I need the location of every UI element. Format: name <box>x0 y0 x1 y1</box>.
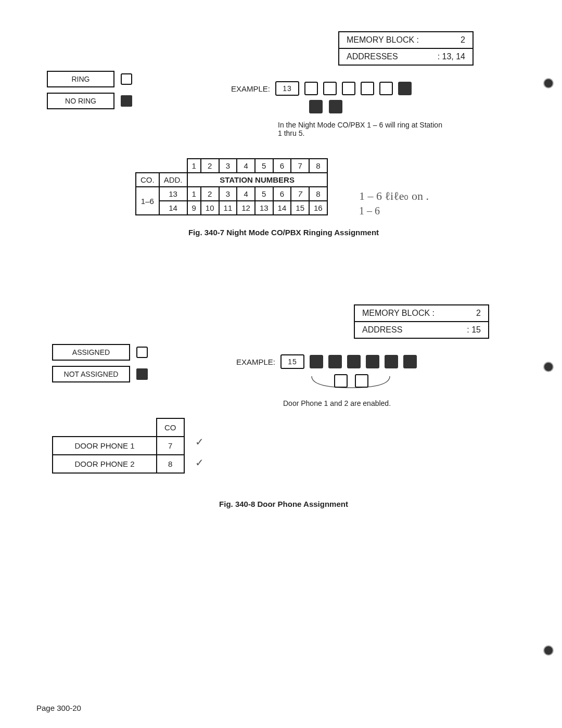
table-head-cell: 1 <box>187 159 201 173</box>
solid-square-icon <box>310 355 323 368</box>
table-cell: 8 <box>309 187 327 201</box>
table-head-cell: 3 <box>219 159 237 173</box>
door-phone-co: 7 <box>157 437 184 455</box>
solid-square-icon <box>329 100 342 113</box>
addresses-value: : 13, 14 <box>438 52 465 61</box>
solid-square-icon <box>328 355 342 368</box>
solid-square-icon <box>309 100 323 113</box>
table-head-cell: 5 <box>255 159 273 173</box>
solid-square-icon <box>398 82 412 95</box>
addresses-label: ADDRESSES <box>347 52 398 61</box>
solid-square-icon <box>366 355 379 368</box>
table-head-cell: 4 <box>237 159 255 173</box>
co-label: CO. <box>136 173 159 187</box>
table-head-cell: CO <box>157 418 184 437</box>
example-note: Door Phone 1 and 2 are enabled. <box>283 399 531 407</box>
table-cell: 14 <box>273 201 291 215</box>
table-cell: 4 <box>237 187 255 201</box>
add-value: 14 <box>159 201 187 215</box>
table-cell: 16 <box>309 201 327 215</box>
open-square-icon <box>355 374 368 388</box>
open-square-icon <box>361 82 374 95</box>
memory-block-card: MEMORY BLOCK : 2 ADDRESSES : 13, 14 <box>338 31 474 66</box>
table-head-cell: 7 <box>291 159 309 173</box>
figure-caption: Fig. 340-8 Door Phone Assignment <box>36 500 531 508</box>
memory-block-label: MEMORY BLOCK : <box>347 35 419 45</box>
example-address-chip: 13 <box>275 81 299 96</box>
example-label: EXAMPLE: <box>231 84 270 93</box>
solid-square-icon <box>121 95 132 107</box>
table-cell: 12 <box>237 201 255 215</box>
add-value: 13 <box>159 187 187 201</box>
table-head-cell: 2 <box>201 159 219 173</box>
door-phone-label: DOOR PHONE 1 <box>53 437 157 455</box>
legend-not-assigned-label: NOT ASSIGNED <box>52 366 130 382</box>
table-cell: 9 <box>187 201 201 215</box>
legend-assigned-label: ASSIGNED <box>52 344 130 361</box>
binder-hole <box>543 645 554 656</box>
open-square-icon <box>334 374 348 388</box>
door-phone-co: 8 <box>157 455 184 473</box>
open-square-icon <box>304 82 318 95</box>
page-content: MEMORY BLOCK : 2 ADDRESSES : 13, 14 RING… <box>0 0 562 524</box>
table-cell: 11 <box>219 201 237 215</box>
address-value: : 15 <box>467 325 481 335</box>
memory-block-card: MEMORY BLOCK : 2 ADDRESS : 15 <box>354 304 489 339</box>
ring-legend: RING NO RING <box>47 71 132 109</box>
handwritten-note: 1 – 6 ℓiℓe₀ on . <box>359 189 429 203</box>
handwritten-note: 1 – 6 <box>359 205 380 217</box>
door-phone-table: CO DOOR PHONE 1 7 DOOR PHONE 2 8 <box>52 418 185 474</box>
example-label: EXAMPLE: <box>236 357 275 366</box>
table-cell: 3 <box>219 187 237 201</box>
page-footer: Page 300-20 <box>36 704 81 712</box>
open-square-icon <box>379 82 393 95</box>
memory-block-value: 2 <box>461 35 465 45</box>
memory-block-value: 2 <box>476 309 481 318</box>
solid-square-icon <box>347 355 361 368</box>
table-head-cell: 6 <box>273 159 291 173</box>
table-cell: 6 <box>273 187 291 201</box>
solid-square-icon <box>136 368 148 380</box>
solid-square-icon <box>385 355 398 368</box>
assigned-legend: ASSIGNED NOT ASSIGNED <box>52 344 148 382</box>
example-address-chip: 15 <box>280 354 304 369</box>
table-cell: 1 <box>187 187 201 201</box>
co-value: 1–6 <box>136 187 159 215</box>
table-head-cell: 8 <box>309 159 327 173</box>
station-numbers-label: STATION NUMBERS <box>187 173 327 187</box>
open-square-icon <box>136 347 148 358</box>
solid-square-icon <box>403 355 417 368</box>
checkmark-icon: ✓ <box>195 456 204 469</box>
door-phone-label: DOOR PHONE 2 <box>53 455 157 473</box>
open-square-icon <box>323 82 337 95</box>
example-note: In the Night Mode CO/PBX 1 – 6 will ring… <box>278 121 444 137</box>
binder-hole <box>543 78 554 88</box>
address-label: ADDRESS <box>362 325 402 335</box>
checkmark-icon: ✓ <box>195 436 204 448</box>
table-cell: 13 <box>255 201 273 215</box>
table-cell: 7 <box>291 187 309 201</box>
legend-no-ring-label: NO RING <box>47 93 114 109</box>
open-square-icon <box>121 73 132 85</box>
memory-block-label: MEMORY BLOCK : <box>362 309 435 318</box>
figure-caption: Fig. 340-7 Night Mode CO/PBX Ringing Ass… <box>36 228 531 237</box>
add-label: ADD. <box>159 173 187 187</box>
table-cell: 10 <box>201 201 219 215</box>
binder-hole <box>543 362 554 372</box>
table-cell: 5 <box>255 187 273 201</box>
station-numbers-table: 1 2 3 4 5 6 7 8 CO. ADD. STATION NUMBERS… <box>135 158 328 215</box>
table-cell: 2 <box>201 187 219 201</box>
legend-ring-label: RING <box>47 71 114 87</box>
table-cell: 15 <box>291 201 309 215</box>
open-square-icon <box>342 82 355 95</box>
